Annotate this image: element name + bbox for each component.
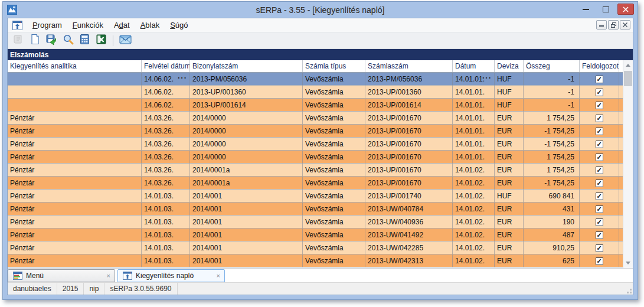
cell-analitika (8, 99, 142, 112)
table-row[interactable]: Pénztár14.01.03.2014/001Vevőszámla2013-U… (8, 203, 623, 215)
processed-checkbox[interactable]: ✓ (596, 179, 603, 187)
processed-checkbox[interactable]: ✓ (596, 102, 603, 109)
mdi-restore-button[interactable] (608, 20, 619, 30)
table-row[interactable]: Pénztár14.01.03.2014/001Vevőszámla2013-U… (8, 228, 623, 241)
tab-label: Menü (26, 272, 44, 280)
processed-checkbox[interactable]: ✓ (596, 76, 603, 83)
cell-bizonylat: 2014/001 (190, 190, 303, 203)
column-header-feldolgozott[interactable]: Feldolgozott (580, 60, 619, 72)
new-document-button[interactable] (28, 34, 42, 48)
mdi-close-button[interactable] (620, 20, 630, 30)
new-document-icon (30, 34, 41, 47)
mail-button[interactable] (118, 34, 132, 48)
table-row[interactable]: Pénztár14.03.26.2014/0000Vevőszámla2013-… (8, 125, 623, 138)
menu-item-funkciók[interactable]: Funkciók (67, 19, 109, 31)
panel-title: Elszámolás (10, 51, 48, 59)
column-header--sszeg[interactable]: Összeg (524, 60, 580, 72)
tab-men-[interactable]: Menü× (8, 269, 115, 282)
processed-checkbox[interactable]: ✓ (596, 244, 603, 252)
tab-kiegyenl-t-s-napl-[interactable]: Kiegyenlítés napló× (117, 269, 225, 282)
processed-checkbox[interactable]: ✓ (596, 192, 603, 200)
scroll-down-button[interactable] (623, 258, 633, 268)
table-row[interactable]: Pénztár14.03.26.2014/0001aVevőszámla2013… (8, 177, 623, 190)
processed-checkbox[interactable]: ✓ (596, 115, 603, 122)
processed-checkbox[interactable]: ✓ (596, 141, 603, 148)
cell-datum: 14.01.02. (453, 228, 495, 241)
table-row[interactable]: Pénztár14.03.26.2014/0001aVevőszámla2013… (8, 164, 623, 177)
processed-checkbox[interactable]: ✓ (596, 218, 603, 226)
menu-item-ablak[interactable]: Ablak (135, 19, 165, 31)
table-row[interactable]: Pénztár14.03.26.2014/0000Vevőszámla2013-… (8, 112, 623, 125)
mdi-minimize-button[interactable] (596, 20, 607, 30)
scrollbar-thumb[interactable] (624, 71, 632, 86)
processed-checkbox[interactable]: ✓ (596, 154, 603, 161)
menu-bar: ProgramFunkciókAdatAblakSúgó (8, 18, 633, 32)
processed-checkbox[interactable]: ✓ (596, 128, 603, 135)
save-import-button[interactable] (44, 34, 58, 48)
column-header-sz-mlasz-m[interactable]: Számlaszám (365, 60, 453, 72)
status-item-3: sERPa 3.0.55.9690 (104, 283, 177, 295)
tab-close-icon[interactable]: × (217, 272, 220, 279)
search-icon (63, 34, 74, 47)
processed-checkbox[interactable]: ✓ (596, 166, 603, 174)
column-header-felv-tel-d-tum[interactable]: Felvétel dátum (142, 60, 190, 72)
status-bar: danubiaeles2015nipsERPa 3.0.55.9690 (8, 282, 633, 295)
table-row[interactable]: Pénztár14.01.03.2014/001Vevőszámla2013-U… (8, 254, 623, 267)
cell-osszeg: -1 754,25 (524, 125, 580, 138)
processed-checkbox[interactable]: ✓ (596, 231, 603, 239)
cell-datum: 14.01.02. (453, 241, 495, 254)
search-button[interactable] (61, 34, 75, 48)
cell-tipus: Vevőszámla (303, 241, 365, 254)
column-header-sz-mla-t-pus[interactable]: Számla típus (303, 60, 365, 72)
menu-item-adat[interactable]: Adat (109, 19, 135, 31)
column-header-bizonylatsz-m[interactable]: Bizonylatszám (190, 60, 303, 72)
cell-feldolgozott: ✓ (580, 73, 619, 86)
resize-grip-icon[interactable] (625, 286, 632, 293)
cell-analitika: Pénztár (8, 190, 142, 203)
table-row[interactable]: Pénztár14.03.26.2014/0000Vevőszámla2013-… (8, 151, 623, 164)
cell-deviza: EUR (495, 177, 524, 190)
cell-analitika: Pénztár (8, 138, 142, 151)
table-row[interactable]: Pénztár14.03.26.2014/0000Vevőszámla2013-… (8, 138, 623, 151)
cell-bizonylat: 2013-PM/056036 (190, 73, 303, 86)
table-row[interactable]: Pénztár14.01.03.2014/001Vevőszámla2013-U… (8, 215, 623, 228)
cell-tipus: Vevőszámla (303, 254, 365, 267)
cell-bizonylat: 2013-UP/001360 (190, 86, 303, 99)
calculator-icon (79, 34, 90, 47)
cell-osszeg: 1 754,25 (524, 151, 580, 164)
cell-deviza: HUF (495, 99, 524, 112)
column-header-d-tum[interactable]: Dátum (453, 60, 495, 72)
table-row[interactable]: 14.06.02.···2013-PM/056036Vevőszámla2013… (8, 73, 623, 86)
menu-item-program[interactable]: Program (27, 19, 67, 31)
table-row[interactable]: 14.06.02.2013-UP/001360Vevőszámla2013-UP… (8, 86, 623, 99)
table-row[interactable]: Pénztár14.01.03.2014/001Vevőszámla2013-U… (8, 190, 623, 203)
processed-checkbox[interactable]: ✓ (596, 257, 603, 265)
cell-osszeg: -1 754,25 (524, 138, 580, 151)
processed-checkbox[interactable]: ✓ (596, 89, 603, 96)
vertical-scrollbar[interactable] (623, 60, 633, 268)
tab-close-icon[interactable]: × (107, 272, 110, 279)
status-item-0: danubiaeles (8, 283, 57, 295)
cell-analitika: Pénztár (8, 164, 142, 177)
cell-analitika: Pénztár (8, 151, 142, 164)
table-row[interactable]: 14.06.02.2013-UP/001614Vevőszámla2013-UP… (8, 99, 623, 112)
maximize-button[interactable] (597, 4, 614, 15)
cell-felvetel: 14.03.26. (142, 177, 190, 190)
ellipsis-editor-button[interactable]: ··· (178, 73, 187, 82)
table-row[interactable]: Pénztár14.01.03.2014/001Vevőszámla2013-U… (8, 241, 623, 254)
menu-window-icon (13, 272, 22, 280)
menu-item-súgó[interactable]: Súgó (165, 19, 193, 31)
column-header-deviza[interactable]: Deviza (495, 60, 524, 72)
column-header-kiegyenl-t-s-analitika[interactable]: Kiegyenlítés analitika (8, 60, 142, 72)
cell-tipus: Vevőszámla (303, 177, 365, 190)
ellipsis-editor-button[interactable]: ··· (482, 73, 492, 82)
scroll-up-button[interactable] (623, 60, 633, 70)
minimize-button[interactable] (577, 4, 594, 15)
close-button[interactable] (617, 4, 634, 15)
excel-export-button[interactable] (94, 34, 108, 48)
cell-feldolgozott: ✓ (580, 241, 619, 254)
calculator-button[interactable] (77, 34, 91, 48)
cell-tipus: Vevőszámla (303, 125, 365, 138)
cell-deviza: EUR (495, 112, 524, 125)
processed-checkbox[interactable]: ✓ (596, 205, 603, 213)
